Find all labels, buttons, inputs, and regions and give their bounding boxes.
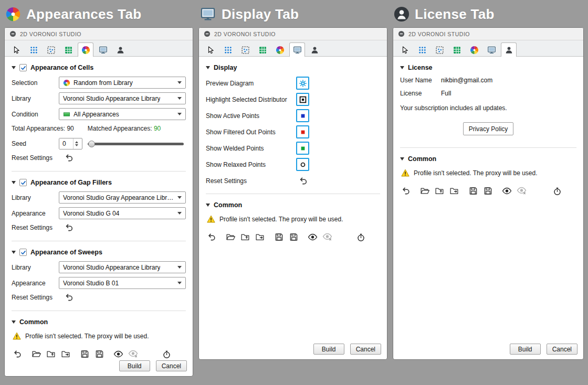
section-appearance-of-gap-fillers[interactable]: Appearance of Gap Fillers (12, 179, 186, 186)
tab-display[interactable] (289, 42, 305, 57)
sweeps-enabled-checkbox[interactable] (19, 249, 27, 256)
section-appearance-of-cells[interactable]: Appearance of Cells (12, 64, 186, 71)
tab-points[interactable] (414, 43, 430, 56)
section-appearance-of-sweeps[interactable]: Appearance of Sweeps (12, 249, 186, 256)
seed-slider[interactable] (88, 138, 186, 149)
license-value: Full (441, 90, 451, 97)
undo-icon[interactable] (65, 153, 74, 163)
tab-license[interactable] (307, 43, 322, 56)
eye-icon[interactable] (502, 186, 512, 196)
privacy-policy-button[interactable]: Privacy Policy (463, 122, 514, 135)
tab-points[interactable] (220, 43, 236, 56)
undo-icon[interactable] (65, 223, 74, 232)
tab-points[interactable] (26, 43, 41, 56)
cancel-button[interactable]: Cancel (156, 360, 187, 371)
section-display[interactable]: Display (206, 64, 380, 71)
highlight-selected-distributor-toggle[interactable] (296, 93, 309, 106)
collapse-triangle-icon[interactable] (12, 181, 16, 184)
collapse-triangle-icon[interactable] (206, 204, 210, 207)
import-profile-icon[interactable] (240, 232, 250, 242)
open-profile-folder-icon[interactable] (420, 186, 430, 196)
cancel-button[interactable]: Cancel (547, 344, 578, 355)
save-profile-icon[interactable] (468, 186, 478, 196)
tab-appearances[interactable] (466, 43, 482, 56)
undo-icon[interactable] (299, 176, 308, 186)
recompute-timer-icon[interactable] (553, 187, 562, 196)
tab-cells[interactable] (432, 43, 447, 56)
collapse-triangle-icon[interactable] (206, 66, 210, 69)
show-filtered-out-points-toggle[interactable] (296, 125, 309, 138)
collapse-triangle-icon[interactable] (12, 66, 16, 69)
recompute-timer-icon[interactable] (356, 233, 365, 242)
section-common[interactable]: Common (12, 318, 186, 326)
sweeps-library-dropdown[interactable]: Voronoi Studio Appearance Library (59, 261, 186, 273)
tab-display[interactable] (95, 43, 111, 56)
license-label: License (400, 90, 441, 97)
open-profile-folder-icon[interactable] (226, 232, 236, 242)
undo-icon[interactable] (207, 232, 217, 242)
save-profile-as-icon[interactable] (289, 232, 299, 242)
tab-appearances[interactable] (78, 42, 93, 57)
collapse-triangle-icon[interactable] (12, 251, 16, 254)
section-common[interactable]: Common (400, 155, 576, 163)
build-button[interactable]: Build (510, 344, 541, 355)
tab-gap-fillers[interactable] (449, 43, 465, 56)
library-dropdown[interactable]: Voronoi Studio Appearance Library (59, 92, 186, 104)
gap-fillers-enabled-checkbox[interactable] (19, 179, 27, 186)
build-button[interactable]: Build (313, 344, 344, 355)
collapse-triangle-icon[interactable] (400, 66, 404, 69)
eye-off-icon[interactable] (322, 232, 332, 242)
panel-footer: Build Cancel (199, 340, 387, 359)
collapse-triangle-icon[interactable] (400, 157, 404, 161)
eye-off-icon[interactable] (517, 186, 527, 196)
tab-gap-fillers[interactable] (255, 43, 270, 56)
preview-diagram-toggle[interactable] (296, 77, 309, 90)
tab-license[interactable] (501, 42, 517, 57)
section-common[interactable]: Common (206, 201, 380, 209)
slider-track[interactable] (88, 143, 184, 145)
condition-dropdown[interactable]: All Appearances (59, 108, 186, 120)
save-profile-as-icon[interactable] (483, 186, 493, 196)
tab-cells[interactable] (43, 43, 59, 56)
gap-library-dropdown[interactable]: Voronoi Studio Gray Appearance Library (59, 191, 186, 204)
person-icon (505, 46, 513, 55)
selection-dropdown[interactable]: Random from Library (59, 77, 186, 89)
tab-cells[interactable] (237, 43, 253, 56)
seed-input[interactable] (59, 138, 73, 149)
appearance-label: Appearance (12, 280, 59, 287)
collapse-panel-icon[interactable] (9, 30, 16, 37)
selection-label: Selection (12, 79, 59, 87)
reset-settings-label: Reset Settings (12, 294, 52, 301)
sweeps-appearance-dropdown[interactable]: Voronoi Studio B 01 (59, 277, 186, 289)
cancel-button[interactable]: Cancel (350, 344, 381, 355)
save-profile-icon[interactable] (274, 232, 284, 242)
tab-select[interactable] (8, 43, 24, 56)
undo-icon[interactable] (65, 293, 74, 302)
slider-handle[interactable] (88, 141, 95, 147)
tab-appearances[interactable] (272, 43, 288, 56)
export-profile-icon[interactable] (255, 232, 265, 242)
eye-icon[interactable] (308, 232, 318, 242)
show-active-points-toggle[interactable] (296, 109, 309, 122)
collapse-panel-icon[interactable] (204, 30, 211, 37)
panel-footer: Build Cancel (5, 357, 193, 376)
tab-select[interactable] (397, 43, 413, 56)
tab-license[interactable] (112, 43, 128, 56)
section-license[interactable]: License (400, 64, 576, 71)
export-profile-icon[interactable] (449, 186, 459, 196)
tab-display[interactable] (484, 43, 499, 56)
build-button[interactable]: Build (119, 360, 150, 371)
panel-content: License User Name nikbin@gmail.com Licen… (393, 57, 583, 340)
gap-appearance-dropdown[interactable]: Voronoi Studio G 04 (59, 207, 186, 219)
seed-spinner[interactable] (73, 138, 80, 149)
show-welded-points-toggle[interactable] (296, 142, 309, 155)
import-profile-icon[interactable] (435, 186, 445, 196)
collapse-panel-icon[interactable] (398, 30, 405, 37)
undo-icon[interactable] (401, 186, 411, 196)
cells-enabled-checkbox[interactable] (19, 64, 27, 71)
collapse-triangle-icon[interactable] (12, 320, 16, 324)
tab-select[interactable] (203, 43, 218, 56)
show-relaxed-points-toggle[interactable] (296, 158, 309, 171)
section-title: Common (19, 318, 48, 326)
tab-gap-fillers[interactable] (60, 43, 76, 56)
